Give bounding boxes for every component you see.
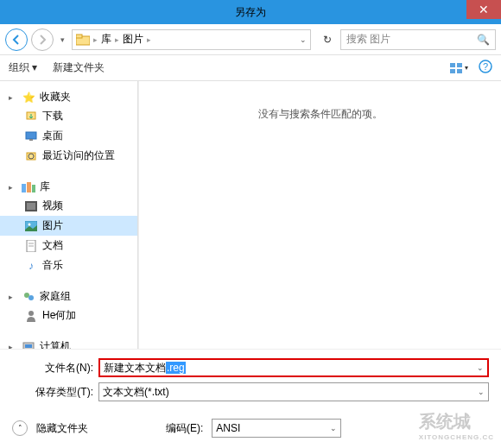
back-button[interactable] xyxy=(5,28,28,51)
filename-input[interactable]: 新建文本文档.reg ⌄ xyxy=(98,358,489,377)
breadcrumb[interactable]: ▸ 库 ▸ 图片 ▸ ⌄ xyxy=(72,29,311,50)
chevron-down-icon[interactable]: ⌄ xyxy=(478,388,485,396)
chevron-down-icon: ▾ xyxy=(465,64,468,72)
tree-item-desktop[interactable]: 桌面 xyxy=(0,126,137,146)
recent-icon xyxy=(24,149,38,163)
star-icon: ⭐ xyxy=(22,91,35,104)
desktop-icon xyxy=(24,129,38,143)
breadcrumb-drop[interactable]: ⌄ xyxy=(300,35,307,44)
search-placeholder: 搜索 图片 xyxy=(346,32,390,47)
footer: ˄ 隐藏文件夹 编码(E): ANSI ⌄ xyxy=(0,412,501,445)
window-title: 另存为 xyxy=(235,5,266,20)
svg-rect-4 xyxy=(450,69,455,73)
tree-item-downloads[interactable]: 下载 xyxy=(0,106,137,126)
tree-label: 库 xyxy=(40,180,50,194)
tree-favorites: ▸ ⭐ 收藏夹 下载 桌面 最近访问的位置 xyxy=(0,88,137,166)
chevron-up-icon: ˄ xyxy=(18,424,22,432)
refresh-button[interactable]: ↻ xyxy=(318,29,337,50)
body-area: ▸ ⭐ 收藏夹 下载 桌面 最近访问的位置 ▸ 库 xyxy=(0,81,501,349)
tree-item-user[interactable]: He何加 xyxy=(0,306,137,325)
filename-prefix: 新建文本文档 xyxy=(104,361,166,375)
svg-rect-9 xyxy=(26,132,36,139)
tree-label: 收藏夹 xyxy=(40,90,71,104)
tree-item-label: 图片 xyxy=(42,218,63,233)
tree-item-label: 音乐 xyxy=(42,258,63,273)
document-icon xyxy=(24,239,38,253)
tree-item-music[interactable]: ♪ 音乐 xyxy=(0,256,137,275)
breadcrumb-root[interactable]: 库 xyxy=(101,32,111,47)
view-icon xyxy=(450,63,462,73)
expand-icon[interactable]: ▸ xyxy=(9,93,17,102)
history-dropdown[interactable]: ▾ xyxy=(57,35,68,44)
tree-libraries: ▸ 库 视频 图片 文档 ♪ 音乐 xyxy=(0,178,137,275)
tree-item-documents[interactable]: 文档 xyxy=(0,236,137,256)
help-icon: ? xyxy=(479,60,492,73)
svg-rect-14 xyxy=(27,182,31,192)
breadcrumb-current[interactable]: 图片 xyxy=(123,32,143,47)
svg-point-24 xyxy=(29,295,34,300)
filetype-select[interactable]: 文本文档(*.txt) ⌄ xyxy=(98,382,489,401)
user-icon xyxy=(24,309,38,323)
svg-rect-27 xyxy=(25,344,32,348)
encoding-select[interactable]: ANSI ⌄ xyxy=(212,419,341,438)
save-fields: 文件名(N): 新建文本文档.reg ⌄ 保存类型(T): 文本文档(*.txt… xyxy=(0,349,501,412)
tree-head-libraries[interactable]: ▸ 库 xyxy=(0,178,137,196)
computer-icon xyxy=(22,340,35,350)
libraries-icon xyxy=(22,180,35,194)
svg-rect-15 xyxy=(32,185,35,192)
close-button[interactable]: ✕ xyxy=(466,0,501,19)
tree-item-label: 下载 xyxy=(42,109,63,123)
tree-item-video[interactable]: 视频 xyxy=(0,196,137,216)
svg-rect-2 xyxy=(450,63,455,67)
filename-label: 文件名(N): xyxy=(12,361,98,375)
empty-message: 没有与搜索条件匹配的项。 xyxy=(156,107,484,122)
chevron-down-icon[interactable]: ⌄ xyxy=(477,363,484,372)
expand-icon[interactable]: ▸ xyxy=(9,343,17,350)
svg-rect-13 xyxy=(22,184,26,192)
chevron-right-icon: ▸ xyxy=(111,35,123,44)
tree-item-pictures[interactable]: 图片 xyxy=(0,216,137,236)
tree-computer: ▸ 计算机 xyxy=(0,338,137,349)
titlebar: 另存为 ✕ xyxy=(0,0,501,24)
sidebar: ▸ ⭐ 收藏夹 下载 桌面 最近访问的位置 ▸ 库 xyxy=(0,81,138,349)
svg-point-23 xyxy=(24,293,29,298)
help-button[interactable]: ? xyxy=(479,60,492,76)
tree-item-label: He何加 xyxy=(42,308,76,323)
tree-item-recent[interactable]: 最近访问的位置 xyxy=(0,146,137,166)
expand-icon[interactable]: ▸ xyxy=(9,293,17,301)
hide-folders-toggle[interactable]: ˄ xyxy=(12,420,28,436)
expand-icon[interactable]: ▸ xyxy=(9,183,17,192)
organize-button[interactable]: 组织 ▾ xyxy=(9,60,37,75)
download-icon xyxy=(24,110,38,123)
filetype-label: 保存类型(T): xyxy=(12,385,98,400)
content-pane: 没有与搜索条件匹配的项。 xyxy=(138,81,501,349)
tree-head-favorites[interactable]: ▸ ⭐ 收藏夹 xyxy=(0,88,137,106)
filetype-value: 文本文档(*.txt) xyxy=(103,385,169,400)
search-input[interactable]: 搜索 图片 🔍 xyxy=(340,29,496,50)
refresh-icon: ↻ xyxy=(323,34,332,46)
tree-homegroup: ▸ 家庭组 He何加 xyxy=(0,287,137,325)
tree-head-computer[interactable]: ▸ 计算机 xyxy=(0,338,137,349)
filename-selection: .reg xyxy=(166,362,186,374)
forward-button[interactable] xyxy=(31,28,54,51)
svg-rect-5 xyxy=(457,69,462,73)
view-button[interactable]: ▾ xyxy=(450,63,468,73)
chevron-down-icon[interactable]: ⌄ xyxy=(330,424,337,432)
chevron-right-icon: ▸ xyxy=(90,35,101,44)
tree-item-label: 视频 xyxy=(42,199,63,213)
video-icon xyxy=(24,199,38,213)
svg-text:?: ? xyxy=(483,61,488,72)
svg-rect-1 xyxy=(76,35,82,38)
new-folder-button[interactable]: 新建文件夹 xyxy=(53,60,105,75)
arrow-right-icon xyxy=(37,35,48,45)
music-icon: ♪ xyxy=(24,259,38,273)
svg-point-25 xyxy=(29,311,34,316)
close-icon: ✕ xyxy=(479,3,489,16)
tree-item-label: 桌面 xyxy=(42,129,63,143)
tree-label: 家庭组 xyxy=(40,289,71,304)
tree-head-homegroup[interactable]: ▸ 家庭组 xyxy=(0,287,137,306)
encoding-value: ANSI xyxy=(216,422,240,434)
tree-item-label: 最近访问的位置 xyxy=(42,148,115,163)
toolbar: 组织 ▾ 新建文件夹 ▾ ? xyxy=(0,55,501,81)
svg-rect-10 xyxy=(29,139,33,141)
